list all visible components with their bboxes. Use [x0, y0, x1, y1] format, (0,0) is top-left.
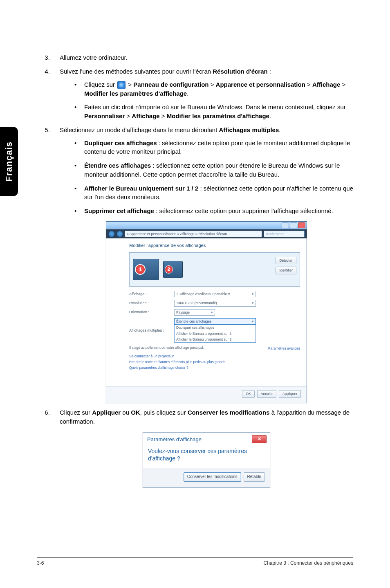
step-4-intro: Suivez l'une des méthodes suivantes pour… — [60, 68, 271, 75]
cancel-button[interactable]: Annuler — [257, 390, 276, 397]
start-menu-icon — [117, 81, 126, 89]
step-5-bullet-showonly: Afficher le Bureau uniquement sur 1 / 2 … — [74, 184, 353, 202]
ok-button[interactable]: OK — [242, 390, 254, 397]
resolution-dropdown[interactable]: 1366 x 768 (recommandé) — [174, 300, 256, 306]
step-4: Suivez l'une des méthodes suivantes pour… — [52, 67, 353, 121]
revert-button[interactable]: Rétablir — [244, 472, 265, 482]
text-size-link[interactable]: Rendre le texte et d'autres éléments plu… — [129, 359, 300, 364]
step-4-bullet-2: Faites un clic droit n'importe où sur le… — [74, 103, 353, 121]
screenshot-confirm-dialog: Paramètres d'affichage ✕ Voulez-vous con… — [143, 432, 270, 487]
step-3-text: Allumez votre ordinateur. — [60, 54, 128, 61]
language-tab: Français — [0, 127, 18, 196]
monitor-1[interactable]: 1 — [133, 259, 159, 280]
monitor-2[interactable]: 2 — [163, 261, 183, 278]
step-5-intro: Sélectionnez un mode d'affichage dans le… — [60, 126, 280, 133]
window-controls — [282, 222, 305, 228]
dialog-button-row: OK Annuler Appliquer — [106, 386, 307, 402]
breadcrumb-bar[interactable]: « Apparence et personnalisation » Affich… — [125, 231, 262, 237]
multi-displays-label: Affichages multiples : — [129, 328, 174, 333]
step-5: Sélectionnez un mode d'affichage dans le… — [52, 126, 353, 403]
resolution-label: Résolution : — [129, 301, 174, 306]
window-titlebar — [106, 222, 307, 229]
display-dropdown[interactable]: 1. Affichage d'ordinateur portable ▾ — [174, 291, 256, 297]
multi-displays-selected[interactable]: Étendre ces affichages — [174, 318, 256, 325]
search-input[interactable]: Rechercher — [264, 231, 305, 237]
orientation-label: Orientation : — [129, 310, 174, 315]
nav-forward-icon[interactable] — [117, 231, 123, 237]
monitor-1-badge: 1 — [135, 264, 146, 275]
explorer-address-row: « Apparence et personnalisation » Affich… — [106, 229, 307, 238]
display-settings-fields: Affichage : 1. Affichage d'ordinateur po… — [129, 291, 300, 343]
multi-opt-show2[interactable]: Afficher le Bureau uniquement sur 2 — [175, 337, 256, 342]
page-footer: 3-6 Chapitre 3 : Connecter des périphéri… — [37, 557, 353, 566]
step-6: Cliquez sur Appliquer ou OK, puis clique… — [52, 408, 353, 488]
multi-opt-duplicate[interactable]: Dupliquer ces affichages — [175, 325, 256, 330]
detect-button[interactable]: Détecter — [276, 257, 296, 264]
apply-button[interactable]: Appliquer — [279, 390, 301, 397]
close-icon[interactable] — [298, 222, 305, 228]
dialog-buttons: Conserver les modifications Rétablir — [143, 468, 270, 487]
step-3: Allumez votre ordinateur. — [52, 53, 353, 62]
display-label: Affichage : — [129, 292, 174, 297]
dialog-title: Paramètres d'affichage ✕ — [143, 433, 270, 444]
screenshot-resolution-window: « Apparence et personnalisation » Affich… — [106, 221, 307, 403]
page-number: 3-6 — [37, 560, 44, 566]
language-tab-label: Français — [4, 141, 14, 182]
projector-link[interactable]: Se connecter à un projecteur — [129, 354, 300, 359]
advanced-settings-link[interactable]: Paramètres avancés — [268, 346, 300, 351]
instruction-list: Allumez votre ordinateur. Suivez l'une d… — [37, 53, 353, 488]
multi-displays-dropdown-open[interactable]: Étendre ces affichages Dupliquer ces aff… — [174, 318, 256, 343]
step-4-bullet-1: Cliquez sur > Panneau de configuration >… — [74, 80, 353, 98]
nav-back-icon[interactable] — [108, 231, 115, 237]
minimize-icon[interactable] — [282, 222, 289, 228]
orientation-dropdown[interactable]: Paysage — [174, 309, 215, 316]
step-5-bullet-duplicate: Dupliquer ces affichages : sélectionnez … — [74, 139, 353, 157]
monitor-2-badge: 2 — [165, 265, 173, 274]
monitor-preview-area[interactable]: 1 2 Détecter Identifier — [129, 252, 300, 287]
step-5-bullet-extend: Étendre ces affichages : sélectionnez ce… — [74, 161, 353, 179]
identify-button[interactable]: Identifier — [276, 267, 296, 274]
dialog-close-icon[interactable]: ✕ — [252, 435, 267, 443]
multi-opt-show1[interactable]: Afficher le Bureau uniquement sur 1 — [175, 331, 256, 337]
keep-changes-button[interactable]: Conserver les modifications — [184, 472, 241, 482]
which-settings-link[interactable]: Quels paramètres d'affichage choisir ? — [129, 365, 300, 370]
dialog-message: Voulez-vous conserver ces paramètres d'a… — [143, 444, 270, 468]
chapter-title: Chapitre 3 : Connecter des périphériques — [264, 560, 353, 566]
panel-heading: Modifier l'apparence de vos affichages — [129, 242, 300, 249]
step-5-bullet-remove: Supprimer cet affichage : sélectionnez c… — [74, 206, 353, 215]
maximize-icon[interactable] — [290, 222, 297, 228]
current-display-note: Il s'agit actuellement de votre affichag… — [129, 345, 204, 351]
